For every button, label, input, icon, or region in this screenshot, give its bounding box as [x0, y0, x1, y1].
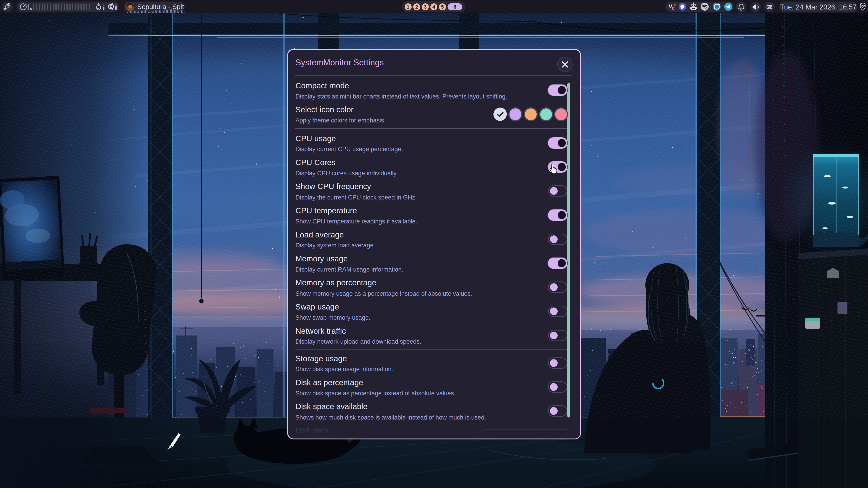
svg-text:c: c — [672, 5, 675, 11]
